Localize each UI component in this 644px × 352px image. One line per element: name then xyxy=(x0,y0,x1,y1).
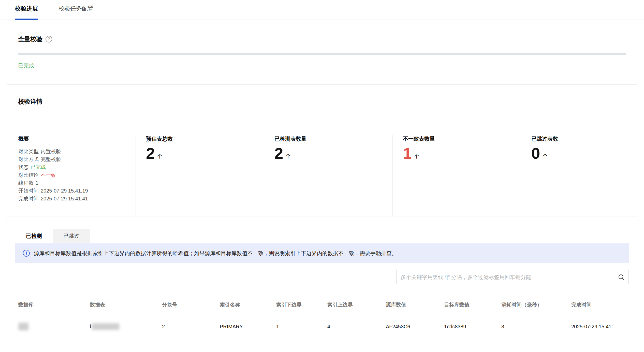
conclusion-value-red: 不一致 xyxy=(41,172,56,178)
cell-source-value: AF2453C6 xyxy=(383,314,441,339)
check-detail-section: 校验详情 概要 对比类型内置校验 对比方式完整校验 状态已完成 对比结 xyxy=(7,85,637,216)
search-icon[interactable] xyxy=(618,273,625,281)
cell-finish-time: 2025-07-29 15:41:... xyxy=(568,314,629,339)
search-input[interactable] xyxy=(396,270,629,284)
tab-check-progress[interactable]: 校验进展 xyxy=(15,0,38,20)
page-tab-bar: 校验进展 校验任务配置 xyxy=(0,0,644,20)
summary-line-compare-mode: 对比方式完整校验 xyxy=(18,155,136,163)
cell-index-name: PRIMARY xyxy=(217,314,273,339)
status-value-green: 已完成 xyxy=(31,164,46,170)
summary-row: 概要 对比类型内置校验 对比方式完整校验 状态已完成 对比结论不一致 xyxy=(7,118,637,216)
col-upper-bound: 索引上边界 xyxy=(324,296,383,314)
results-table: 数据库 数据表 分块号 索引名称 索引下边界 索引上边界 源库数值 目标库数值 … xyxy=(15,296,629,339)
full-check-title: 全量校验 xyxy=(18,35,42,43)
info-circle-icon: i xyxy=(23,250,30,257)
stat-checked-tables-value: 2 xyxy=(274,145,283,161)
summary-line-conclusion: 对比结论不一致 xyxy=(18,171,136,179)
col-lower-bound: 索引下边界 xyxy=(273,296,324,314)
col-elapsed-ms: 消耗时间（毫秒） xyxy=(498,296,568,314)
cell-table: t xyxy=(87,314,159,339)
check-detail-title: 校验详情 xyxy=(18,98,42,105)
cell-chunk: 2 xyxy=(159,314,217,339)
col-index-name: 索引名称 xyxy=(217,296,273,314)
summary-line-compare-type: 对比类型内置校验 xyxy=(18,148,136,155)
search-box xyxy=(396,270,629,284)
summary-panel: 概要 对比类型内置校验 对比方式完整校验 状态已完成 对比结论不一致 xyxy=(7,135,136,216)
col-database: 数据库 xyxy=(15,296,87,314)
tab-check-task-config-label: 校验任务配置 xyxy=(58,5,94,12)
col-finish-time: 完成时间 xyxy=(568,296,629,314)
result-tab-bar: 已检测 已跳过 xyxy=(15,229,90,243)
stat-estimated-tables: 预估表总数 2 个 xyxy=(136,135,264,216)
tab-skipped[interactable]: 已跳过 xyxy=(53,229,90,243)
col-chunk: 分块号 xyxy=(159,296,217,314)
summary-line-finish-time: 完成时间2025-07-29 15:41:41 xyxy=(18,195,136,203)
info-banner: i 源库和目标库数值是根据索引上下边界内的数据计算所得的哈希值；如果源库和目标库… xyxy=(15,243,629,263)
full-check-status: 已完成 xyxy=(18,62,626,69)
cell-elapsed-ms: 3 xyxy=(498,314,568,339)
col-target-value: 目标库数值 xyxy=(441,296,498,314)
cell-database xyxy=(15,314,87,339)
col-source-value: 源库数值 xyxy=(383,296,441,314)
summary-line-threads: 线程数1 xyxy=(18,179,136,187)
redacted-table-value xyxy=(92,323,119,330)
summary-heading: 概要 xyxy=(18,135,136,142)
stat-inconsistent-tables-value: 1 xyxy=(403,145,412,161)
cell-upper-bound: 4 xyxy=(324,314,383,339)
stat-estimated-tables-value: 2 xyxy=(146,145,155,161)
stat-inconsistent-tables: 不一致表数量 1 个 xyxy=(392,135,521,216)
main-card: 全量校验 ? 已完成 校验详情 概要 对比类型内置校验 对比方式完整校验 xyxy=(7,25,637,352)
cell-lower-bound: 1 xyxy=(273,314,324,339)
results-section: 已检测 已跳过 i 源库和目标库数值是根据索引上下边界内的数据计算所得的哈希值；… xyxy=(7,216,637,339)
redacted-database-value xyxy=(18,323,28,330)
info-banner-text: 源库和目标库数值是根据索引上下边界内的数据计算所得的哈希值；如果源库和目标库数值… xyxy=(34,250,397,257)
stat-skipped-tables: 已跳过表数 0 个 xyxy=(521,135,637,216)
stat-skipped-tables-value: 0 xyxy=(531,145,540,161)
table-row[interactable]: t 2 PRIMARY 1 4 AF2453C6 1cdc8389 3 2025… xyxy=(15,314,629,339)
full-check-progress-bar xyxy=(18,53,626,55)
summary-line-start-time: 开始时间2025-07-29 15:41:19 xyxy=(18,187,136,195)
cell-target-value: 1cdc8389 xyxy=(441,314,498,339)
tab-checked[interactable]: 已检测 xyxy=(15,229,53,243)
full-check-section: 全量校验 ? 已完成 xyxy=(7,25,637,85)
tab-check-progress-label: 校验进展 xyxy=(15,5,38,12)
col-table: 数据表 xyxy=(87,296,159,314)
help-icon[interactable]: ? xyxy=(46,36,52,42)
summary-line-status: 状态已完成 xyxy=(18,163,136,171)
table-header-row: 数据库 数据表 分块号 索引名称 索引下边界 索引上边界 源库数值 目标库数值 … xyxy=(15,296,629,314)
tab-check-task-config[interactable]: 校验任务配置 xyxy=(58,0,94,20)
stat-checked-tables: 已检测表数量 2 个 xyxy=(264,135,392,216)
